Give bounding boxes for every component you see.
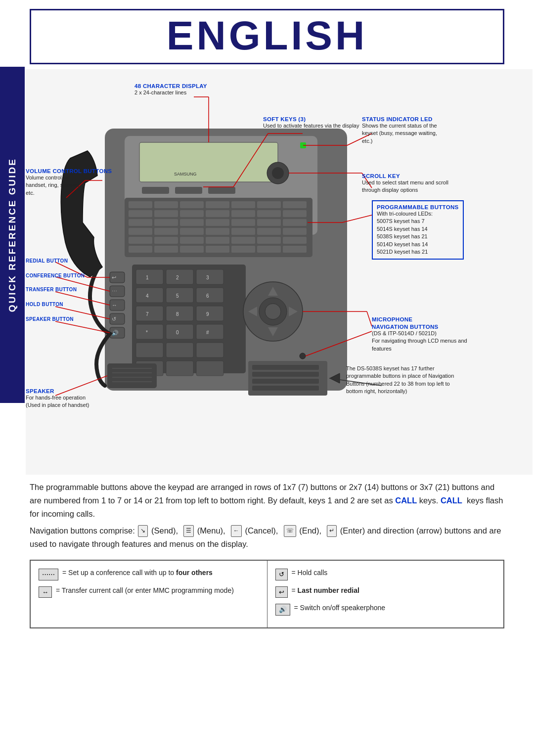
svg-rect-21 [206, 210, 229, 217]
svg-text:⋯: ⋯ [112, 288, 117, 294]
svg-rect-51 [257, 246, 281, 253]
svg-rect-31 [283, 219, 307, 226]
svg-rect-23 [257, 210, 281, 217]
svg-rect-102 [107, 363, 157, 388]
table-row-speakerphone: 🔊 = Switch on/off speakerphone [275, 603, 496, 616]
annotation-ds5038: The DS-5038S keyset has 17 further progr… [346, 365, 455, 396]
svg-rect-12 [154, 201, 178, 208]
svg-rect-73 [166, 324, 193, 339]
svg-text:9: 9 [206, 311, 209, 317]
svg-text:🔊: 🔊 [112, 329, 119, 336]
svg-text:*: * [146, 330, 148, 335]
redial-icon: ↩ [275, 586, 288, 598]
svg-rect-41 [180, 237, 204, 244]
svg-rect-74 [196, 324, 223, 339]
svg-text:↩: ↩ [112, 274, 116, 280]
svg-rect-72 [136, 324, 163, 339]
svg-point-101 [300, 353, 306, 359]
annotation-scroll-key: SCROLL KEY Used to select start menu and… [362, 173, 451, 194]
svg-rect-109 [252, 372, 319, 377]
svg-rect-82 [166, 361, 193, 376]
svg-rect-40 [154, 237, 178, 244]
svg-rect-61 [166, 288, 193, 303]
svg-rect-47 [154, 246, 178, 253]
annotation-transfer: TRANSFER BUTTON [26, 287, 77, 292]
svg-rect-36 [231, 228, 255, 235]
svg-rect-79 [166, 343, 193, 357]
svg-rect-42 [206, 237, 229, 244]
nav-icon-cancel: ← [231, 525, 242, 537]
svg-rect-83 [196, 361, 223, 376]
svg-text:#: # [206, 330, 209, 335]
svg-rect-110 [252, 379, 319, 384]
svg-rect-37 [257, 228, 281, 235]
svg-point-8 [272, 167, 284, 179]
svg-rect-48 [180, 246, 204, 253]
svg-rect-17 [283, 201, 307, 208]
sidebar-label: QUICK REFERENCE GUIDE [7, 158, 18, 312]
svg-text:4: 4 [146, 293, 149, 299]
conference-text: = Set up a conference call with up to fo… [62, 568, 259, 578]
svg-rect-39 [129, 237, 152, 244]
svg-rect-18 [129, 210, 152, 217]
annotation-programmable: PROGRAMMABLE BUTTONS With tri-coloured L… [372, 200, 464, 260]
svg-text:2: 2 [176, 275, 179, 280]
svg-rect-80 [196, 343, 223, 357]
speakerphone-text: = Switch on/off speakerphone [294, 603, 496, 613]
bottom-para1: The programmable buttons above the keypa… [30, 481, 504, 521]
svg-text:7: 7 [146, 311, 149, 317]
svg-rect-28 [206, 219, 229, 226]
svg-rect-26 [154, 219, 178, 226]
svg-rect-54 [136, 269, 163, 284]
svg-rect-19 [154, 210, 178, 217]
svg-rect-22 [231, 210, 255, 217]
table-row-redial: ↩ = Last number redial [275, 585, 496, 598]
annotation-volume: VOLUME CONTROL BUTTONS Volume control fo… [26, 168, 112, 197]
page-header: ENGLISH [30, 9, 504, 64]
svg-rect-108 [252, 365, 319, 370]
svg-text:1: 1 [146, 275, 149, 280]
annotation-navigation: NAVIGATION BUTTONS (DS & ITP-5014D / 502… [372, 324, 471, 353]
svg-line-132 [55, 292, 110, 305]
transfer-text: = Transfer current call (or enter MMC pr… [56, 585, 259, 596]
svg-rect-5 [175, 187, 202, 194]
diagram-container: SAMSUNG [26, 69, 533, 475]
svg-rect-4 [142, 187, 169, 194]
svg-rect-50 [231, 246, 255, 253]
annotation-speaker: SPEAKER For hands-free operation (Used i… [26, 388, 89, 409]
redial-text: = Last number redial [292, 585, 496, 596]
table-left: ⋯⋯ = Set up a conference call with up to… [31, 561, 267, 627]
svg-rect-34 [180, 228, 204, 235]
page-title: ENGLISH [31, 15, 503, 56]
svg-rect-35 [206, 228, 229, 235]
annotation-redial: REDIAL BUTTON [26, 258, 68, 264]
svg-text:SAMSUNG: SAMSUNG [174, 172, 197, 177]
bottom-text: The programmable buttons above the keypa… [30, 481, 504, 551]
svg-line-128 [367, 311, 372, 326]
svg-rect-25 [129, 219, 152, 226]
svg-rect-49 [206, 246, 229, 253]
svg-rect-52 [283, 246, 307, 253]
svg-text:3: 3 [206, 275, 209, 280]
svg-rect-27 [180, 219, 204, 226]
annotation-microphone: MICROPHONE [372, 316, 412, 322]
svg-rect-32 [129, 228, 152, 235]
svg-rect-45 [283, 237, 307, 244]
svg-text:6: 6 [206, 293, 209, 299]
speakerphone-icon: 🔊 [275, 604, 290, 616]
svg-rect-14 [206, 201, 229, 208]
svg-rect-16 [257, 201, 281, 208]
table-row-conference: ⋯⋯ = Set up a conference call with up to… [39, 568, 259, 580]
transfer-icon: ↔ [39, 586, 52, 598]
svg-rect-46 [129, 246, 152, 253]
svg-rect-55 [166, 269, 193, 284]
nav-icon-end: ☏ [284, 525, 296, 537]
conference-icon: ⋯⋯ [39, 569, 58, 580]
svg-rect-33 [154, 228, 178, 235]
bottom-para2: Navigation buttons comprise: ↘ (Send), ☰… [30, 524, 504, 551]
svg-text:8: 8 [176, 311, 179, 317]
svg-rect-2 [139, 142, 278, 182]
svg-rect-62 [196, 288, 223, 303]
table-row-hold: ↺ = Hold calls [275, 568, 496, 580]
svg-rect-15 [231, 201, 255, 208]
